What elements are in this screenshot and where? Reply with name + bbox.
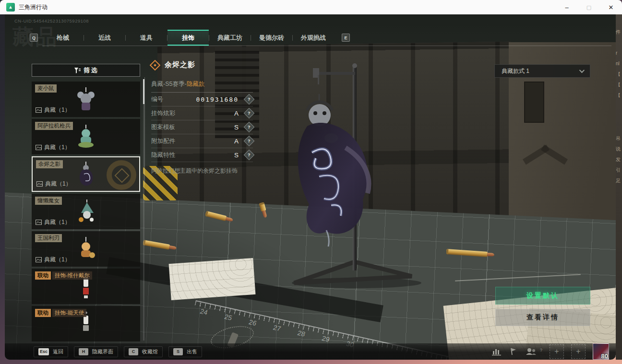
hotkey-collection-hall[interactable]: C 收藏馆 (124, 346, 163, 357)
stats-chart-icon[interactable] (491, 347, 502, 356)
collab-badge: 联动 (35, 271, 51, 280)
view-details-button[interactable]: 查看详情 (495, 309, 590, 326)
charm-list-item-maixiaoshu[interactable]: 麦小鼠 典藏（1） (32, 82, 140, 117)
tab-gear[interactable]: 道具 (126, 30, 167, 46)
item-name-badge: 麦小鼠 (35, 84, 57, 93)
tab-appearance-challenge[interactable]: 外观挑战 (293, 30, 334, 46)
detail-row-serial: 编号 001931680 ? (151, 93, 253, 106)
charm-list-item-lazy-witch[interactable]: 慵懒魔女 典藏（1） (32, 194, 140, 229)
tab-firearms[interactable]: 枪械 (42, 30, 84, 46)
crate-chevron (541, 145, 568, 165)
item-name-badge: 阿萨拉机枪兵 (35, 122, 73, 130)
h-keycap: H (79, 348, 88, 355)
collab-badge: 联动 (35, 309, 51, 317)
charm-subtitle: 典藏-S5赛季-隐藏款 (151, 80, 253, 93)
team-hint: ? (540, 348, 542, 352)
category-tabbar: 枪械 近战 道具 挂饰 典藏工坊 曼德尔砖 外观挑战 (42, 30, 334, 46)
collection-icon (36, 181, 43, 187)
charm-figure (274, 81, 389, 248)
close-button[interactable]: ✕ (600, 0, 622, 14)
hotkey-return[interactable]: Esc 返回 (34, 346, 68, 357)
bottom-hotkey-bar: Esc 返回 H 隐藏界面 C 收藏馆 S 出售 ? + + (5, 343, 616, 360)
background-window-edge: 件 r nl 【 【 【 吊 说 发 引 足 (616, 14, 622, 360)
tab-mandel-brick[interactable]: 曼德尔砖 (251, 30, 292, 46)
help-icon[interactable]: ? (244, 122, 255, 133)
collection-count: 典藏（1） (44, 218, 71, 226)
esc-keycap: Esc (38, 348, 49, 355)
filter-label: 筛选 (84, 66, 98, 75)
collection-icon (36, 257, 42, 262)
player-level: 80 (601, 352, 608, 360)
tab-charms[interactable]: 挂饰 (167, 30, 209, 46)
detail-row-charm-colorway: 挂饰炫彩 A ? (151, 106, 253, 120)
window-controls: – ▢ ✕ (556, 0, 622, 14)
filter-button[interactable]: 筛选 (32, 64, 140, 77)
charm-list-item-kingdom-blade[interactable]: 王国利刃 典藏（1） (32, 231, 140, 267)
set-default-button[interactable]: 设置默认 (495, 287, 590, 305)
serial-number: 001931680 (196, 96, 239, 103)
grade-value: S (234, 124, 239, 131)
player-avatar[interactable]: 80 (593, 343, 609, 360)
app-logo-icon: ▲ (6, 3, 15, 12)
tabbar-divider (42, 46, 611, 46)
next-tab-keycap[interactable]: E (342, 34, 350, 42)
funnel-icon (74, 67, 81, 74)
collection-count: 典藏（1） (44, 143, 71, 152)
tab-melee[interactable]: 近战 (84, 30, 125, 46)
grade-value: A (234, 110, 239, 117)
grade-value: A (234, 138, 239, 145)
bottombar-icon-group: ? + + 80 (491, 343, 609, 360)
detail-panel: 余烬之影 典藏-S5赛季-隐藏款 编号 001931680 ? 挂饰炫彩 A ?… (151, 60, 253, 175)
rarity-diamond-icon (150, 59, 161, 70)
item-name-badge: 余烬之影 (36, 160, 63, 168)
window-title: 三角洲行动 (19, 3, 48, 12)
charm-description: 阿萨拉幻想主题中的余烬之影挂饰 (151, 167, 253, 175)
collection-medallion (107, 160, 136, 190)
collection-icon (36, 145, 42, 150)
help-icon[interactable]: ? (244, 150, 255, 161)
charm-thumbnail (74, 86, 97, 112)
collection-icon (36, 107, 42, 113)
style-dropdown-value: 典藏款式 1 (502, 67, 529, 75)
hotkey-sell[interactable]: S 出售 (168, 346, 202, 357)
charm-list-item-asara-gunner[interactable]: 阿萨拉机枪兵 典藏（1） (32, 119, 140, 154)
detail-row-extra-accessory: 附加配件 A ? (151, 134, 253, 148)
charm-thumbnail (74, 161, 97, 188)
game-viewport: 24 25 26 27 28 29 30 (5, 14, 616, 360)
charm-list-item-ember-shadow-selected[interactable]: 余烬之影 典藏（1） (32, 156, 140, 192)
help-icon[interactable]: ? (244, 108, 255, 119)
charm-list-item-collab-wisadel[interactable]: 联动 挂饰-维什戴尔 (32, 269, 140, 304)
collection-icon (36, 220, 42, 225)
collection-count: 典藏（1） (45, 180, 72, 188)
help-icon[interactable]: ? (244, 136, 255, 147)
chevron-down-icon (579, 68, 585, 73)
collection-count: 典藏（1） (44, 106, 71, 114)
hotkey-hide-ui[interactable]: H 隐藏界面 (74, 346, 118, 357)
style-dropdown[interactable]: 典藏款式 1 (494, 64, 590, 78)
maximize-button[interactable]: ▢ (578, 0, 600, 14)
charm-thumbnail (74, 199, 97, 224)
empty-teammate-slot[interactable]: + (550, 344, 564, 359)
charm-thumbnail (74, 124, 97, 150)
minimize-button[interactable]: – (556, 0, 578, 14)
item-name-badge: 慵懒魔女 (35, 197, 62, 205)
prev-tab-keycap[interactable]: Q (30, 34, 38, 42)
flag-icon[interactable] (509, 347, 518, 356)
hidden-variant-label: 隐藏款 (187, 81, 205, 87)
c-keycap: C (129, 348, 138, 355)
collection-count: 典藏（1） (44, 256, 71, 264)
crate-latch (524, 82, 544, 123)
paper-sheet (169, 258, 256, 300)
os-title-bar: ▲ 三角洲行动 – ▢ ✕ (0, 0, 622, 14)
detail-panel-divider (144, 77, 145, 185)
tab-collection-workshop[interactable]: 典藏工坊 (209, 30, 251, 46)
team-icon[interactable] (525, 347, 538, 356)
s-keycap: S (173, 348, 183, 355)
charm-thumbnail (74, 236, 97, 262)
detail-row-hidden-trait: 隐藏特性 S ? (151, 148, 253, 162)
empty-teammate-slot[interactable]: + (571, 344, 586, 359)
charm-list-item-collab-exusiai[interactable]: 联动 挂饰-能天使 (32, 306, 140, 341)
item-name-badge: 王国利刃 (35, 234, 62, 242)
help-icon[interactable]: ? (244, 94, 255, 105)
charm-title: 余烬之影 (165, 60, 195, 70)
